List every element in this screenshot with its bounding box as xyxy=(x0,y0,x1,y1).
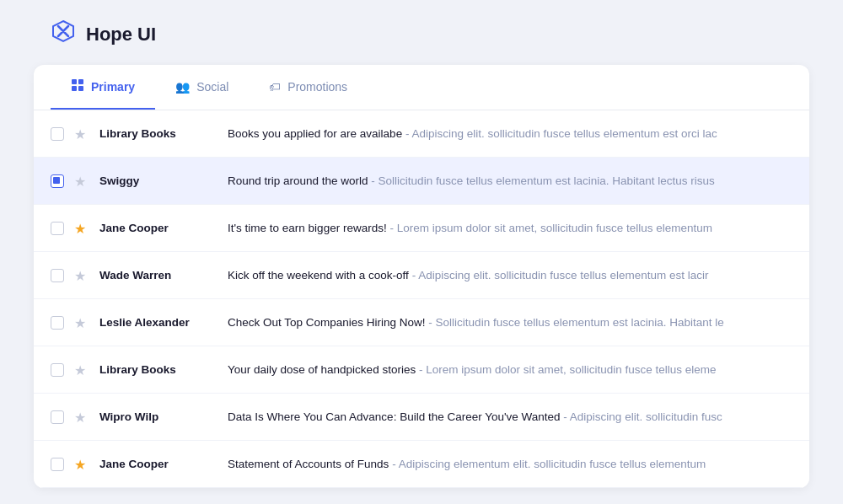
email-sender: Library Books xyxy=(99,127,217,140)
tab-social-label: Social xyxy=(196,80,228,94)
email-checkbox[interactable] xyxy=(51,127,64,141)
svg-rect-2 xyxy=(72,86,77,91)
email-container: Primary 👥 Social 🏷 Promotions ★Library B… xyxy=(34,65,809,488)
email-preview: Data Is Where You Can Advance: Build the… xyxy=(228,410,792,423)
email-row[interactable]: ★Wade WarrenKick off the weekend with a … xyxy=(34,252,809,299)
email-sender: Leslie Alexander xyxy=(99,316,217,329)
email-checkbox[interactable] xyxy=(51,458,64,471)
email-row[interactable]: ★Wipro WilpData Is Where You Can Advance… xyxy=(34,394,809,441)
svg-rect-3 xyxy=(78,86,83,91)
social-tab-icon: 👥 xyxy=(175,80,190,94)
svg-rect-1 xyxy=(78,79,83,84)
email-checkbox[interactable] xyxy=(51,269,64,282)
email-preview: Kick off the weekend with a cook-off - A… xyxy=(228,269,792,281)
app-logo-icon xyxy=(51,19,76,50)
email-row[interactable]: ★Leslie AlexanderCheck Out Top Companies… xyxy=(34,299,809,346)
tab-promotions-label: Promotions xyxy=(287,80,347,94)
email-star[interactable]: ★ xyxy=(74,268,89,283)
email-sender: Jane Cooper xyxy=(99,458,217,470)
svg-rect-0 xyxy=(72,79,77,84)
email-star[interactable]: ★ xyxy=(74,174,89,189)
email-row[interactable]: ★Library BooksYour daily dose of handpic… xyxy=(34,346,809,394)
email-sender: Library Books xyxy=(99,363,217,376)
email-preview: Statement of Accounts of Funds - Adipisc… xyxy=(228,458,792,470)
tab-social[interactable]: 👥 Social xyxy=(155,65,249,110)
email-checkbox[interactable] xyxy=(51,222,64,235)
email-list: ★Library BooksBooks you applied for are … xyxy=(34,110,809,488)
tab-promotions[interactable]: 🏷 Promotions xyxy=(249,65,368,110)
email-star[interactable]: ★ xyxy=(74,126,89,142)
tab-bar: Primary 👥 Social 🏷 Promotions xyxy=(34,65,809,110)
email-star[interactable]: ★ xyxy=(74,221,89,236)
email-checkbox[interactable] xyxy=(51,316,64,330)
primary-tab-icon xyxy=(71,78,84,94)
app-header: Hope UI xyxy=(0,0,843,65)
app-title: Hope UI xyxy=(86,24,156,46)
email-star[interactable]: ★ xyxy=(74,457,89,472)
email-sender: Jane Cooper xyxy=(99,222,217,234)
email-preview: Round trip around the world - Sollicitud… xyxy=(228,174,792,187)
email-checkbox[interactable] xyxy=(51,174,64,188)
email-preview: Check Out Top Companies Hiring Now! - So… xyxy=(228,316,792,329)
email-row[interactable]: ★Jane CooperIt's time to earn bigger rew… xyxy=(34,205,809,252)
email-preview: Your daily dose of handpicked stories - … xyxy=(228,363,792,376)
email-preview: Books you applied for are availabe - Adi… xyxy=(228,127,792,140)
email-checkbox[interactable] xyxy=(51,410,64,424)
email-row[interactable]: ★SwiggyRound trip around the world - Sol… xyxy=(34,158,809,205)
tab-primary[interactable]: Primary xyxy=(51,65,155,110)
email-row[interactable]: ★Library BooksBooks you applied for are … xyxy=(34,110,809,158)
email-row[interactable]: ★Jane CooperStatement of Accounts of Fun… xyxy=(34,441,809,488)
email-sender: Swiggy xyxy=(99,174,217,187)
email-star[interactable]: ★ xyxy=(74,362,89,378)
email-sender: Wade Warren xyxy=(99,269,217,281)
email-preview: It's time to earn bigger rewards! - Lore… xyxy=(228,222,792,234)
email-star[interactable]: ★ xyxy=(74,410,89,425)
promotions-tab-icon: 🏷 xyxy=(269,80,281,94)
email-star[interactable]: ★ xyxy=(74,315,89,330)
email-sender: Wipro Wilp xyxy=(99,410,217,423)
tab-primary-label: Primary xyxy=(91,80,135,94)
email-checkbox[interactable] xyxy=(51,363,64,377)
